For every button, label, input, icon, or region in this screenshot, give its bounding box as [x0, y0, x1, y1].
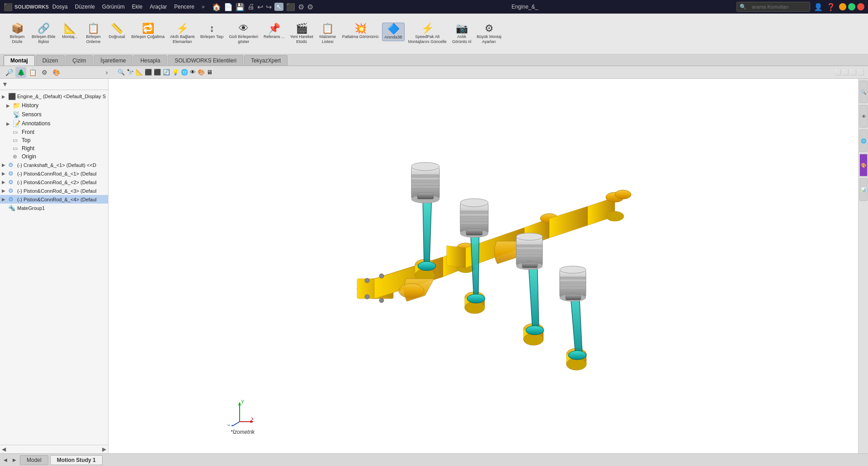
tree-annotations[interactable]: ▶ 📝 Annotations: [0, 119, 108, 128]
right-panel-btn-5[interactable]: 📊: [859, 178, 868, 201]
sidebar-tool-display[interactable]: 🎨: [51, 67, 61, 78]
right-panel-btn-3[interactable]: 🌐: [859, 129, 868, 152]
close-button[interactable]: ×: [857, 3, 864, 10]
birlesen-duzle-button[interactable]: 📦 BirleşenDüzle: [6, 23, 28, 45]
maximize-button[interactable]: □: [848, 3, 855, 10]
viewport[interactable]: Y X Z *İzometrik 🔍 👁 🌐 🎨: [108, 79, 868, 453]
birlesen-tasi-button[interactable]: ↕ Birleşen Taşı: [198, 23, 225, 40]
vp-tool-8[interactable]: 🌐: [181, 69, 188, 76]
vp-tool-5[interactable]: ⬛: [154, 69, 161, 76]
toolbar-icon-3[interactable]: 💾: [236, 3, 245, 11]
vp-tool-3[interactable]: 📐: [136, 69, 143, 76]
birlesen-onleme-button[interactable]: 📋 BirleşenOnleme: [83, 23, 104, 45]
toolbar-icon-7[interactable]: ⬛: [286, 3, 295, 11]
vc-1[interactable]: ⬜: [835, 69, 841, 76]
right-panel-btn-1[interactable]: 🔍: [859, 81, 868, 103]
birlesen-onleme-icon: 📋: [87, 24, 99, 33]
root-expander: ▶: [2, 94, 8, 99]
tab-cizim[interactable]: Çizim: [66, 55, 93, 66]
birlesen-ekle-button[interactable]: 🔗 Birleşen Ekleİlişkisi: [30, 23, 57, 45]
bottom-tab-motion1[interactable]: Motion Study 1: [50, 455, 103, 465]
sidebar-tool-props[interactable]: 📋: [27, 67, 38, 78]
tab-tekyaz[interactable]: TekyazXpert: [244, 55, 288, 66]
gizli-birlesen-button[interactable]: 👁 Gizli Birleşenlerigöster: [227, 23, 260, 45]
bottom-scroll-left[interactable]: ◀: [2, 456, 9, 464]
user-icon[interactable]: 👤: [814, 3, 823, 11]
toolbar-icon-8[interactable]: ⚙: [298, 3, 304, 11]
akilli-baglanti-button[interactable]: ⚡ Akıllı BağlantıElemanları: [168, 23, 197, 45]
tab-eklentiler[interactable]: SOLIDWORKS Eklentileri: [168, 55, 243, 66]
vp-tool-6[interactable]: 🔄: [163, 69, 170, 76]
tree-root[interactable]: ▶ ⬛ Engine_&_ (Default) <Default_Display…: [0, 92, 108, 101]
tab-isaretleme[interactable]: İşaretleme: [94, 55, 132, 66]
speedpak-button[interactable]: ⚡ SpeedPak AltMontajlarını Güncelle: [406, 23, 448, 45]
sidebar-expand[interactable]: ›: [101, 67, 112, 78]
menu-duzenle[interactable]: Düzenle: [75, 4, 95, 10]
tree-crankshaft[interactable]: ▶ ⚙ (-) Crankshaft_&_<1> (Default) <<D: [0, 161, 108, 169]
vp-tool-7[interactable]: 💡: [172, 69, 179, 76]
search-input[interactable]: [748, 3, 807, 10]
vc-2[interactable]: ⬜: [842, 69, 849, 76]
sidebar-tool-tree[interactable]: 🌲: [15, 67, 26, 78]
patlatma-gorunumu-button[interactable]: 💥 Patlatma Görünümü: [340, 23, 381, 40]
toolbar-icon-4[interactable]: 🖨: [247, 3, 255, 11]
bottom-scroll-right[interactable]: ▶: [11, 456, 18, 464]
tab-montaj[interactable]: Montaj: [4, 55, 35, 66]
vp-tool-11[interactable]: 🖥: [207, 69, 212, 76]
tree-mategroup[interactable]: 🔩 MateGroup1: [0, 204, 108, 212]
help-icon[interactable]: ❓: [826, 3, 835, 11]
birlesen-cogaltma-button[interactable]: 🔁 Birleşen Çoğaltma: [130, 23, 167, 40]
montaj-iliskisi-button[interactable]: 📐 Montaj...: [59, 23, 81, 40]
tree-sensors[interactable]: 📡 Sensors: [0, 110, 108, 119]
bottom-tab-model[interactable]: Model: [20, 455, 48, 465]
vp-tool-4[interactable]: ⬛: [145, 69, 152, 76]
malzeme-listesi-button[interactable]: 📋 MalzemeListesi: [317, 23, 339, 45]
tree-front[interactable]: ▭ Front: [0, 128, 108, 136]
toolbar-icon-9[interactable]: ⚙: [307, 3, 313, 11]
vc-4[interactable]: ⬜: [858, 69, 864, 76]
menu-dosya[interactable]: Dosya: [52, 4, 68, 10]
tree-history[interactable]: ▶ 📁 History: [0, 101, 108, 110]
tab-hesapla[interactable]: Hesapla: [133, 55, 167, 66]
piston1-label: (-) Piston&ConnRod_&_<1> (Defaul: [17, 171, 96, 176]
menu-pencere[interactable]: Pencere: [174, 4, 194, 10]
filter-icon: ▼: [2, 81, 8, 88]
menu-more[interactable]: »: [202, 4, 205, 10]
right-panel-btn-4[interactable]: 🎨: [859, 154, 868, 176]
sidebar-scroll-right[interactable]: ▶: [102, 446, 106, 452]
dogrusal-button[interactable]: 📏 Doğrusal: [106, 23, 128, 40]
toolbar-icon-5[interactable]: ↩: [257, 3, 263, 11]
tree-piston4[interactable]: ▶ ⚙ (-) Piston&ConnRod_&_<4> (Defaul: [0, 195, 108, 204]
sidebar-tool-1[interactable]: 🔎: [4, 67, 14, 78]
menu-gorunum[interactable]: Görünüm: [102, 4, 125, 10]
aninda3b-button[interactable]: 🔷 Anında3B: [382, 23, 405, 41]
sidebar-scroll-left[interactable]: ◀: [2, 446, 6, 452]
toolbar-icon-2[interactable]: 📄: [224, 3, 233, 11]
menu-araclar[interactable]: Araçlar: [150, 4, 167, 10]
tree-piston1[interactable]: ▶ ⚙ (-) Piston&ConnRod_&_<1> (Defaul: [0, 169, 108, 178]
referans-button[interactable]: 📌 Referans ...: [262, 23, 287, 40]
tree-top[interactable]: ▭ Top: [0, 136, 108, 144]
sidebar-tool-config[interactable]: ⚙: [39, 67, 50, 78]
svg-text:Y: Y: [241, 399, 245, 404]
vc-3[interactable]: ⬜: [850, 69, 857, 76]
toolbar-cursor[interactable]: ↖: [274, 3, 283, 11]
vp-tool-10[interactable]: 🎨: [198, 69, 205, 76]
tree-piston3[interactable]: ▶ ⚙ (-) Piston&ConnRod_&_<3> (Defaul: [0, 186, 108, 195]
tree-piston2[interactable]: ▶ ⚙ (-) Piston&ConnRod_&_<2> (Defaul: [0, 178, 108, 186]
yeni-hareket-button[interactable]: 🎬 Yeni HareketEtüdü: [288, 23, 315, 45]
menu-ekle[interactable]: Ekle: [132, 4, 142, 10]
minimize-button[interactable]: _: [839, 3, 846, 10]
right-panel-btn-2[interactable]: 👁: [859, 105, 868, 128]
secondary-toolbar: 🔎 🌲 📋 ⚙ 🎨 › 🔍 🔭 📐 ⬛ ⬛ 🔄 💡 🌐 👁 🎨 🖥 ⬜ ⬜ ⬜ …: [0, 66, 868, 79]
toolbar-icon-6[interactable]: ↪: [266, 3, 272, 11]
vp-tool-2[interactable]: 🔭: [127, 69, 134, 76]
toolbar-icon-1[interactable]: 🏠: [212, 3, 221, 11]
anlik-gorunti-button[interactable]: 📷 AnlıkGörüntü Al: [450, 23, 473, 45]
tab-duzen[interactable]: Düzen: [36, 55, 65, 66]
buyuk-montaj-button[interactable]: ⚙ Büyük MontajAyarları: [475, 23, 503, 45]
vp-tool-1[interactable]: 🔍: [118, 69, 125, 76]
tree-right[interactable]: ▭ Right: [0, 144, 108, 152]
tree-origin[interactable]: ⊕ Origin: [0, 152, 108, 161]
vp-tool-9[interactable]: 👁: [190, 69, 196, 76]
